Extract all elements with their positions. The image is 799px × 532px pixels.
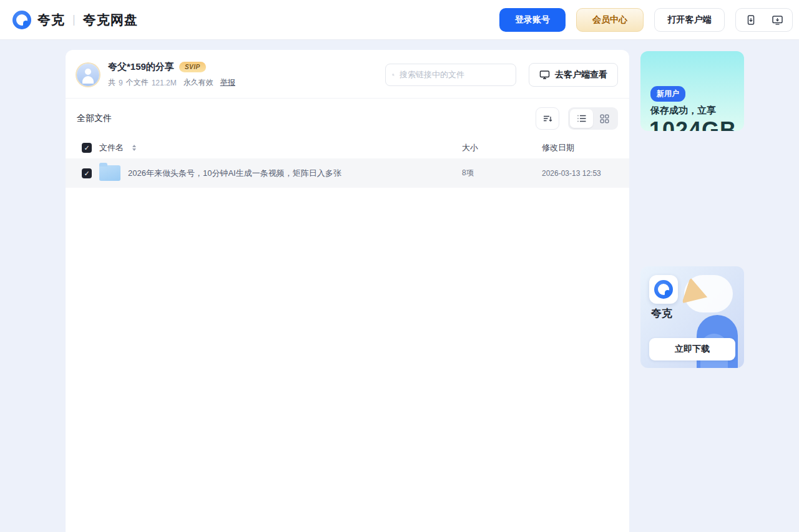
file-name[interactable]: 2026年来做头条号，10分钟AI生成一条视频，矩阵日入多张	[128, 168, 341, 179]
name-sort-carets-icon[interactable]	[132, 145, 136, 151]
column-name[interactable]: 文件名	[99, 142, 124, 153]
sort-order-button[interactable]	[536, 107, 559, 130]
view-in-client-label: 去客户端查看	[555, 69, 607, 80]
download-app-icons	[735, 8, 793, 32]
open-client-button[interactable]: 打开客户端	[654, 8, 725, 32]
header-actions: 登录账号 会员中心 打开客户端	[499, 8, 793, 32]
brand-divider: |	[72, 13, 76, 26]
share-header: 夸父*159的分享 SVIP 共 9 个文件 121.2M 永久有效 举报	[66, 50, 629, 99]
total-size: 121.2M	[152, 79, 177, 87]
download-now-button[interactable]: 立即下载	[649, 338, 735, 360]
column-size[interactable]: 大小	[462, 142, 542, 153]
list-view-icon	[577, 114, 587, 123]
login-button[interactable]: 登录账号	[499, 8, 566, 32]
view-mode-toggle	[568, 107, 618, 130]
list-view-button[interactable]	[570, 109, 593, 128]
table-row[interactable]: ✓ 2026年来做头条号，10分钟AI生成一条视频，矩阵日入多张 8项 2026…	[66, 158, 629, 188]
top-header: 夸克 | 夸克网盘 登录账号 会员中心 打开客户端	[0, 0, 799, 40]
validity: 永久有效	[184, 77, 213, 88]
promo-line1: 保存成功，立享	[650, 105, 716, 117]
search-icon	[392, 70, 395, 80]
select-all-checkbox[interactable]: ✓	[82, 143, 92, 153]
grid-view-button[interactable]	[593, 109, 616, 128]
monitor-icon	[539, 70, 550, 80]
search-input[interactable]	[400, 70, 509, 79]
view-in-client-button[interactable]: 去客户端查看	[529, 63, 618, 87]
quark-logo-icon	[12, 11, 31, 29]
report-link[interactable]: 举报	[220, 77, 235, 88]
app-download-card[interactable]: 夸克 立即下载	[640, 266, 744, 368]
share-title: 夸父*159的分享	[108, 61, 174, 73]
section-title: 全部文件	[77, 113, 112, 124]
product-name: 夸克网盘	[83, 11, 138, 29]
column-modified[interactable]: 修改日期	[542, 142, 629, 153]
quark-app-icon	[649, 275, 678, 304]
file-size: 8项	[462, 168, 542, 178]
brand-name: 夸克	[37, 11, 65, 29]
file-modified: 2026-03-13 12:53	[542, 169, 629, 178]
share-meta: 共 9 个文件 121.2M 永久有效 举报	[108, 77, 235, 88]
storage-promo-card[interactable]: 新用户 保存成功，立享 1024GB	[640, 51, 744, 131]
file-count: 9	[119, 79, 123, 87]
grid-view-icon	[600, 114, 609, 123]
table-header: ✓ 文件名 大小 修改日期	[66, 137, 629, 158]
svip-badge: SVIP	[179, 62, 206, 72]
search-box[interactable]	[385, 64, 516, 86]
file-toolbar: 全部文件	[66, 99, 629, 137]
app-name: 夸克	[651, 306, 672, 321]
brand: 夸克 | 夸克网盘	[12, 11, 138, 29]
meta-unit: 个文件	[126, 77, 149, 88]
promo-line2: 1024GB	[649, 117, 737, 131]
meta-prefix: 共	[108, 77, 115, 88]
row-checkbox[interactable]: ✓	[82, 168, 92, 178]
folder-icon	[99, 165, 120, 181]
share-panel: 夸父*159的分享 SVIP 共 9 个文件 121.2M 永久有效 举报	[66, 50, 629, 532]
new-user-badge: 新用户	[650, 86, 685, 102]
vip-center-button[interactable]: 会员中心	[576, 8, 644, 32]
phone-download-icon[interactable]	[745, 14, 757, 26]
sort-icon	[542, 114, 553, 123]
avatar	[77, 64, 99, 86]
desktop-download-icon[interactable]	[772, 14, 783, 26]
